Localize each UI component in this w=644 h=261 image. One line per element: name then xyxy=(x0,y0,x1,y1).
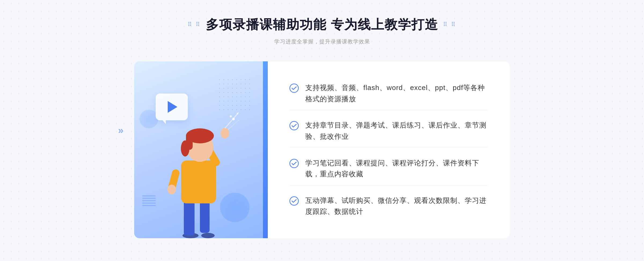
svg-point-16 xyxy=(237,113,238,114)
svg-point-21 xyxy=(290,197,298,205)
stripe-decoration xyxy=(142,195,156,206)
feature-item-2: 支持章节目录、弹题考试、课后练习、课后作业、章节测验、批改作业 xyxy=(289,114,488,148)
check-icon-4 xyxy=(289,196,299,206)
title-dots-left: ⠿ ⠿ xyxy=(188,21,201,28)
svg-rect-4 xyxy=(181,161,216,203)
svg-rect-3 xyxy=(200,201,210,233)
svg-point-1 xyxy=(201,233,215,238)
feature-text-4: 互动弹幕、试听购买、微信分享、观看次数限制、学习进度跟踪、数据统计 xyxy=(305,195,488,217)
feature-item-3: 学习笔记回看、课程提问、课程评论打分、课件资料下载，重点内容收藏 xyxy=(289,152,488,185)
svg-point-17 xyxy=(230,115,232,117)
header-section: ⠿ ⠿ 多项录播课辅助功能 专为线上教学打造 ⠿ ⠿ 学习进度全掌握，提升录播课… xyxy=(188,16,456,45)
svg-point-12 xyxy=(167,185,176,194)
svg-point-19 xyxy=(290,121,298,130)
feature-text-1: 支持视频、音频、flash、word、excel、ppt、pdf等各种格式的资源… xyxy=(305,82,488,105)
features-panel: 支持视频、音频、flash、word、excel、ppt、pdf等各种格式的资源… xyxy=(268,61,510,238)
title-row: ⠿ ⠿ 多项录播课辅助功能 专为线上教学打造 ⠿ ⠿ xyxy=(188,16,456,33)
svg-rect-2 xyxy=(184,201,195,236)
page-subtitle: 学习进度全掌握，提升录播课教学效果 xyxy=(274,38,370,45)
svg-point-11 xyxy=(221,128,229,139)
page-title: 多项录播课辅助功能 专为线上教学打造 xyxy=(206,16,438,33)
feature-item-1: 支持视频、音频、flash、word、excel、ppt、pdf等各种格式的资源… xyxy=(289,77,488,110)
check-icon-2 xyxy=(289,121,299,130)
check-icon-1 xyxy=(289,83,299,93)
feature-text-3: 学习笔记回看、课程提问、课程评论打分、课件资料下载，重点内容收藏 xyxy=(305,158,488,180)
check-icon-3 xyxy=(289,159,299,168)
svg-point-20 xyxy=(290,159,298,168)
svg-point-18 xyxy=(290,84,298,92)
svg-point-10 xyxy=(181,140,189,156)
person-illustration xyxy=(158,104,239,238)
svg-point-15 xyxy=(232,118,235,120)
feature-item-4: 互动弹幕、试听购买、微信分享、观看次数限制、学习进度跟踪、数据统计 xyxy=(289,190,488,223)
page-wrapper: ⠿ ⠿ 多项录播课辅助功能 专为线上教学打造 ⠿ ⠿ 学习进度全掌握，提升录播课… xyxy=(0,0,644,261)
feature-text-2: 支持章节目录、弹题考试、课后练习、课后作业、章节测验、批改作业 xyxy=(305,120,488,142)
content-area: 支持视频、音频、flash、word、excel、ppt、pdf等各种格式的资源… xyxy=(134,61,510,238)
blue-separator-bar xyxy=(263,61,268,238)
left-chevron-icon: » xyxy=(118,125,123,136)
title-dots-right: ⠿ ⠿ xyxy=(443,21,456,28)
illustration-panel xyxy=(134,61,263,238)
